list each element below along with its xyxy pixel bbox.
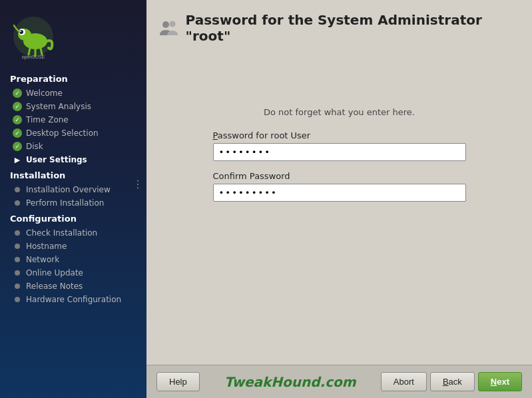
dot-icon-hostname (12, 241, 23, 252)
sidebar-item-system-analysis[interactable]: ✓ System Analysis (0, 100, 146, 113)
three-dots-icon: ⋮ (133, 178, 143, 190)
sidebar-item-time-zone[interactable]: ✓ Time Zone (0, 113, 146, 126)
watermark: TweakHound.com (224, 374, 356, 390)
sidebar-item-disk[interactable]: ✓ Disk (0, 140, 146, 153)
svg-point-11 (170, 21, 176, 27)
arrow-icon-user-settings: ▶ (12, 154, 23, 165)
dot-icon-release-notes (12, 281, 23, 292)
password-input[interactable] (213, 143, 466, 161)
sidebar-item-check-installation[interactable]: Check Installation (0, 226, 146, 240)
main-layout: openSUSE Preparation ✓ Welcome ✓ System … (0, 0, 532, 398)
sidebar-item-welcome[interactable]: ✓ Welcome (0, 87, 146, 100)
sidebar-item-network[interactable]: Network (0, 253, 146, 266)
dot-icon-installation-overview (12, 184, 23, 195)
hint-text: Do not forget what you enter here. (264, 107, 415, 117)
sidebar-item-hardware-configuration[interactable]: Hardware Configuration (0, 293, 146, 306)
header-icon (160, 18, 179, 38)
check-icon-welcome: ✓ (12, 88, 23, 99)
dot-icon-network (12, 254, 23, 265)
svg-text:openSUSE: openSUSE (22, 55, 45, 60)
opensuse-logo: openSUSE (10, 13, 57, 60)
dot-icon-perform-installation (12, 198, 23, 208)
sidebar-item-online-update[interactable]: Online Update (0, 266, 146, 280)
content-area: Password for the System Administrator "r… (146, 0, 532, 398)
check-icon-system-analysis: ✓ (12, 101, 23, 112)
sidebar-item-perform-installation[interactable]: Perform Installation (0, 196, 146, 210)
check-icon-desktop-selection: ✓ (12, 128, 23, 138)
check-icon-time-zone: ✓ (12, 114, 23, 125)
sidebar-item-hostname[interactable]: Hostname (0, 240, 146, 253)
confirm-password-input[interactable] (213, 184, 466, 202)
dot-icon-online-update (12, 268, 23, 278)
section-preparation: Preparation (0, 70, 146, 87)
password-label: PPassword for root Userassword for root … (213, 130, 466, 140)
help-button[interactable]: Help (156, 372, 200, 391)
navigation-buttons: Abort Back Next (381, 372, 522, 391)
svg-point-10 (162, 21, 169, 28)
sidebar: openSUSE Preparation ✓ Welcome ✓ System … (0, 0, 146, 398)
content-body: Do not forget what you enter here. PPass… (146, 54, 532, 365)
back-button[interactable]: Back (430, 372, 475, 391)
next-button[interactable]: Next (478, 372, 522, 391)
bottom-bar: Help TweakHound.com Abort Back Next (146, 365, 532, 398)
content-header: Password for the System Administrator "r… (146, 0, 532, 54)
dot-icon-hardware-configuration (12, 294, 23, 305)
svg-line-8 (41, 48, 42, 55)
section-installation: Installation (0, 166, 146, 183)
confirm-label: Confirm Password (213, 171, 466, 181)
abort-button[interactable]: Abort (381, 372, 427, 391)
svg-line-6 (29, 48, 30, 55)
confirm-password-form-group: Confirm Password (213, 171, 466, 202)
sidebar-item-user-settings[interactable]: ▶ User Settings (0, 153, 146, 166)
sidebar-item-release-notes[interactable]: Release Notes (0, 280, 146, 293)
password-form-group: PPassword for root Userassword for root … (213, 130, 466, 161)
check-icon-disk: ✓ (12, 141, 23, 152)
logo-area: openSUSE (0, 7, 146, 70)
section-configuration: Configuration (0, 210, 146, 226)
page-title: Password for the System Administrator "r… (186, 12, 515, 44)
sidebar-item-installation-overview[interactable]: Installation Overview ⋮ (0, 183, 146, 196)
dot-icon-check-installation (12, 228, 23, 238)
sidebar-item-desktop-selection[interactable]: ✓ Desktop Selection (0, 126, 146, 140)
svg-point-5 (20, 31, 21, 32)
